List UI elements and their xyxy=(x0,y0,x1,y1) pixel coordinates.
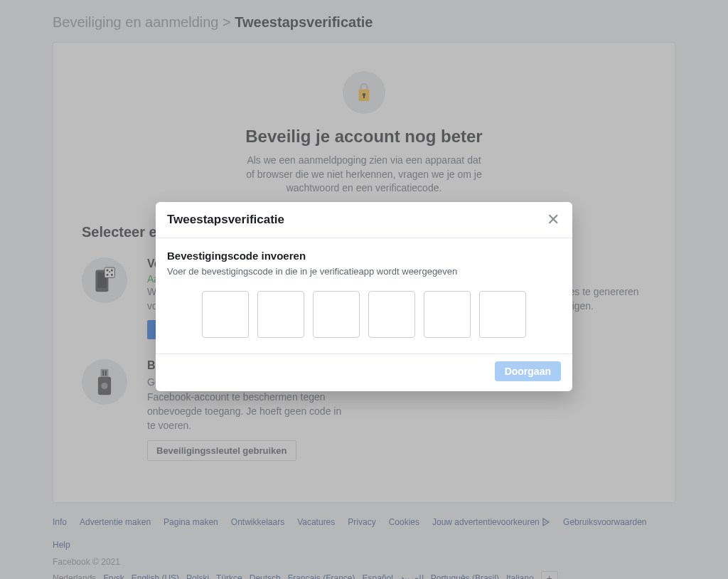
modal-subheading: Bevestigingscode invoeren xyxy=(167,250,561,262)
modal-title: Tweestapsverificatie xyxy=(167,213,284,227)
code-digit-3[interactable] xyxy=(313,291,360,338)
modal-header: Tweestapsverificatie ✕ xyxy=(156,202,572,238)
modal-overlay[interactable]: Tweestapsverificatie ✕ Bevestigingscode … xyxy=(0,0,728,579)
code-digit-2[interactable] xyxy=(257,291,304,338)
modal-footer: Doorgaan xyxy=(156,354,572,391)
code-digit-6[interactable] xyxy=(479,291,526,338)
continue-button[interactable]: Doorgaan xyxy=(495,361,561,381)
code-digit-1[interactable] xyxy=(202,291,249,338)
code-input-row xyxy=(167,291,561,338)
modal-instruction: Voer de bevestigingscode in die in je ve… xyxy=(167,266,561,277)
modal-body: Bevestigingscode invoeren Voer de bevest… xyxy=(156,238,572,354)
close-icon[interactable]: ✕ xyxy=(545,212,561,228)
two-factor-modal: Tweestapsverificatie ✕ Bevestigingscode … xyxy=(156,202,572,391)
code-digit-4[interactable] xyxy=(368,291,415,338)
code-digit-5[interactable] xyxy=(424,291,471,338)
